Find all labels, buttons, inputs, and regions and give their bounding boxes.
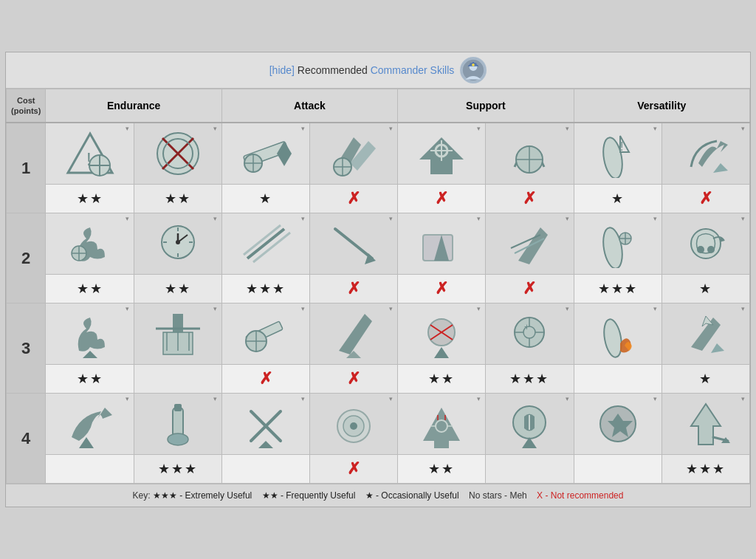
skill-4-8[interactable]: ▾ — [662, 394, 749, 455]
row-2-ratings: ★★ ★★ ★★★ ✗ ✗ ✗ ★★★ ★ — [7, 275, 750, 303]
skill-4-1[interactable]: ▾ — [46, 394, 134, 455]
skill-4-5[interactable]: ▾ — [398, 394, 486, 455]
skill-3-3[interactable]: ▾ — [221, 303, 309, 365]
skill-icon-1-7: ! — [588, 128, 647, 179]
skill-2-2[interactable]: ▾ — [134, 213, 221, 275]
rating-2-1: ★★ — [46, 275, 134, 303]
skill-icon-4-1 — [61, 398, 120, 450]
skill-icon-4-5 — [412, 398, 471, 450]
skill-4-3[interactable]: ▾ — [221, 394, 309, 455]
rating-2-5: ✗ — [398, 275, 486, 303]
skill-3-6[interactable]: ▾ + — [486, 303, 574, 365]
rating-4-1 — [46, 455, 134, 484]
svg-marker-90 — [258, 441, 273, 448]
skill-2-4[interactable]: ▾ — [310, 213, 398, 275]
endurance-header: Endurance — [46, 89, 221, 123]
rating-2-4: ✗ — [310, 275, 398, 303]
row-3-skills: 3 ▾ ▾ — [7, 303, 750, 365]
dropdown-1-7[interactable]: ▾ — [653, 125, 657, 132]
cost-4: 4 — [7, 394, 46, 484]
rating-2-8: ★ — [662, 275, 749, 303]
rating-4-2: ★★★ — [134, 455, 221, 484]
dropdown-1-5[interactable]: ▾ — [477, 125, 481, 132]
rating-1-4: ✗ — [310, 185, 398, 213]
skill-icon-3-6: + — [500, 308, 559, 360]
skill-3-5[interactable]: ▾ — [398, 303, 486, 365]
skill-1-7[interactable]: ▾ ! — [574, 123, 662, 185]
stars-1-7: ★ — [611, 191, 625, 206]
skill-icon-4-2 — [148, 398, 207, 450]
dropdown-1-2[interactable]: ▾ — [213, 125, 217, 132]
stars-2-8: ★ — [699, 281, 712, 296]
skill-3-2[interactable]: ▾ — [134, 303, 221, 365]
hide-link[interactable]: [hide] — [269, 64, 295, 76]
x-1-5: ✗ — [435, 189, 448, 208]
cost-header: Cost(points) — [7, 89, 46, 123]
skill-1-5[interactable]: ▾ — [398, 123, 486, 185]
skill-icon-4-3 — [236, 398, 295, 450]
skill-1-8[interactable]: ▾ — [662, 123, 749, 185]
x-1-8: ✗ — [699, 189, 712, 208]
rating-2-2: ★★ — [134, 275, 221, 303]
skill-2-7[interactable]: ▾ — [574, 213, 662, 275]
rating-1-3: ★ — [221, 185, 309, 213]
skill-1-4[interactable]: ▾ — [310, 123, 398, 185]
skill-3-1[interactable]: ▾ — [46, 303, 134, 365]
skill-1-1[interactable]: ▾ ! — [46, 123, 134, 185]
stars-2-7: ★★★ — [598, 281, 638, 296]
rating-2-3: ★★★ — [221, 275, 309, 303]
skill-4-7[interactable]: ▾ — [574, 394, 662, 455]
rating-1-2: ★★ — [134, 185, 221, 213]
skill-icon-2-2 — [148, 218, 207, 270]
rating-3-2 — [134, 365, 221, 394]
commander-avatar — [460, 57, 487, 83]
skill-2-5[interactable]: ▾ — [398, 213, 486, 275]
svg-marker-82 — [711, 343, 724, 353]
skill-icon-2-8 — [676, 218, 735, 270]
stars-1-1: ★★ — [77, 191, 103, 206]
stars-4-5: ★★ — [428, 462, 455, 476]
dropdown-1-8[interactable]: ▾ — [741, 125, 745, 132]
dropdown-1-4[interactable]: ▾ — [389, 125, 393, 132]
skill-icon-2-3 — [236, 218, 295, 270]
stars-2-2: ★★ — [165, 281, 191, 296]
key-1star: ★ - Occasionally Useful — [365, 490, 467, 501]
svg-marker-73 — [434, 347, 449, 358]
stars-2-1: ★★ — [77, 281, 103, 296]
row-4-skills: 4 ▾ ▾ — [7, 394, 750, 455]
svg-line-44 — [244, 225, 281, 255]
svg-point-81 — [601, 318, 624, 358]
skill-2-3[interactable]: ▾ — [221, 213, 309, 275]
skill-3-4[interactable]: ▾ — [310, 303, 398, 365]
skill-icon-3-8 — [676, 308, 735, 360]
skill-2-1[interactable]: ▾ — [46, 213, 134, 275]
svg-rect-85 — [173, 408, 183, 437]
svg-line-45 — [335, 229, 372, 258]
skill-1-3[interactable]: ▾ — [221, 123, 309, 185]
skill-4-6[interactable]: ▾ — [486, 394, 574, 455]
dropdown-1-6[interactable]: ▾ — [566, 125, 569, 132]
svg-text:+: + — [524, 322, 529, 332]
key-3stars: ★★★ - Extremely Useful — [153, 490, 259, 501]
skill-2-8[interactable]: ▾ — [662, 213, 749, 275]
dropdown-1-1[interactable]: ▾ — [126, 125, 129, 132]
svg-point-51 — [600, 226, 625, 268]
key-2stars: ★★ - Frequently Useful — [262, 490, 363, 501]
svg-rect-87 — [174, 404, 182, 411]
skill-2-6[interactable]: ▾ — [486, 213, 574, 275]
dropdown-1-3[interactable]: ▾ — [301, 125, 305, 132]
skill-1-2[interactable]: ▾ — [134, 123, 221, 185]
skill-1-6[interactable]: ▾ — [486, 123, 574, 185]
skill-4-2[interactable]: ▾ — [134, 394, 221, 455]
rating-4-3 — [221, 455, 309, 484]
skill-icon-3-7 — [588, 308, 647, 360]
attack-header: Attack — [221, 89, 397, 123]
skill-4-4[interactable]: ▾ — [310, 394, 398, 455]
skill-icon-4-4 — [324, 398, 383, 450]
rating-1-6: ✗ — [486, 185, 574, 213]
skill-3-8[interactable]: ▾ — [662, 303, 749, 365]
skill-3-7[interactable]: ▾ — [574, 303, 662, 365]
skill-icon-1-1: ! — [61, 128, 120, 179]
row-2-skills: 2 ▾ ▾ — [7, 213, 750, 275]
rating-1-5: ✗ — [398, 185, 486, 213]
